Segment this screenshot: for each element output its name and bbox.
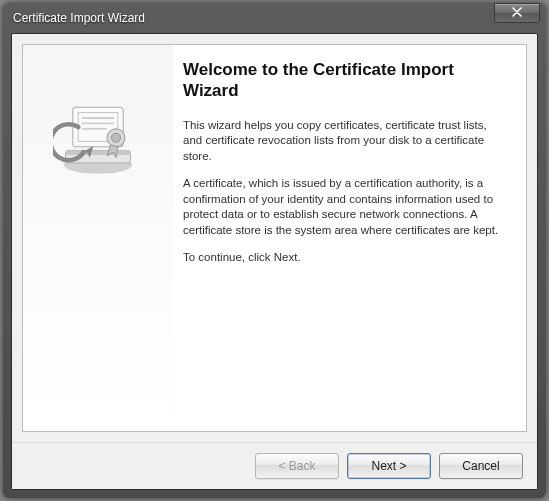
svg-rect-2 — [66, 150, 131, 155]
svg-point-9 — [112, 133, 121, 142]
dialog-window: Certificate Import Wizard — [3, 3, 546, 498]
content-panel: Welcome to the Certificate Import Wizard… — [22, 44, 527, 432]
certificate-icon — [53, 91, 143, 181]
wizard-paragraph-1: This wizard helps you copy certificates,… — [183, 118, 504, 165]
wizard-paragraph-2: A certificate, which is issued by a cert… — [183, 176, 504, 238]
wizard-text-area: Welcome to the Certificate Import Wizard… — [173, 45, 526, 431]
wizard-side-graphic — [23, 45, 173, 431]
back-button: < Back — [255, 453, 339, 479]
close-button[interactable] — [494, 3, 540, 23]
next-button[interactable]: Next > — [347, 453, 431, 479]
cancel-button[interactable]: Cancel — [439, 453, 523, 479]
wizard-heading: Welcome to the Certificate Import Wizard — [183, 59, 504, 102]
close-icon — [512, 7, 522, 19]
titlebar[interactable]: Certificate Import Wizard — [3, 3, 546, 33]
window-title: Certificate Import Wizard — [13, 11, 494, 25]
client-area: Welcome to the Certificate Import Wizard… — [11, 33, 538, 490]
button-row: < Back Next > Cancel — [12, 442, 537, 489]
wizard-paragraph-3: To continue, click Next. — [183, 250, 504, 266]
